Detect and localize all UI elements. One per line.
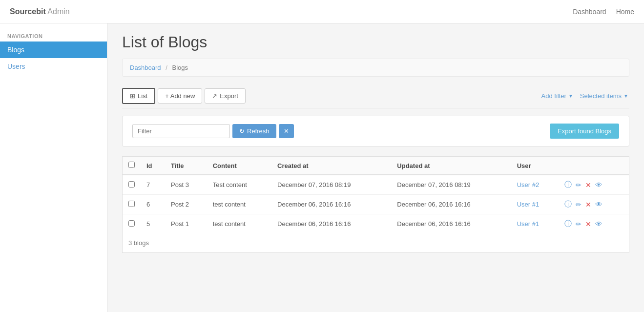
cell-user: User #1 [511, 195, 559, 214]
layout: NAVIGATION Blogs Users List of Blogs Das… [0, 23, 644, 312]
breadcrumb-current: Blogs [172, 64, 188, 71]
cell-updated-at: December 07, 2016 08:19 [391, 175, 511, 195]
filter-right: Export found Blogs [550, 124, 619, 139]
toolbar-left: ⊞ List + Add new ↗ Export [122, 88, 246, 104]
nav-dashboard[interactable]: Dashboard [573, 8, 606, 16]
col-updated-at: Updated at [391, 157, 511, 175]
row-checkbox-cell [123, 214, 141, 234]
selected-items-button[interactable]: Selected items ▼ [579, 90, 629, 102]
user-link[interactable]: User #1 [517, 220, 540, 228]
select-all-header [123, 157, 141, 175]
row-checkbox[interactable] [128, 201, 135, 207]
export-icon: ↗ [212, 92, 217, 100]
table-row: 6 Post 2 test content December 06, 2016 … [123, 195, 629, 214]
cell-actions: ⓘ ✏ ✕ 👁 [559, 214, 629, 234]
sidebar-item-blogs[interactable]: Blogs [0, 42, 107, 58]
cell-content: Test content [207, 175, 271, 195]
sidebar-nav-label: NAVIGATION [0, 28, 107, 42]
table-header: Id Title Content Created at Updated at U… [123, 157, 629, 175]
cell-title: Post 1 [165, 214, 207, 234]
row-checkbox[interactable] [128, 220, 135, 227]
toolbar: ⊞ List + Add new ↗ Export Add filter ▼ S… [122, 84, 629, 108]
delete-icon[interactable]: ✕ [585, 220, 591, 228]
filter-area: ↻ Refresh ✕ Export found Blogs [122, 116, 629, 146]
edit-icon[interactable]: ✏ [576, 220, 582, 228]
brand: Sourcebit Admin [10, 7, 70, 16]
table-row: 7 Post 3 Test content December 07, 2016 … [123, 175, 629, 195]
edit-icon[interactable]: ✏ [576, 181, 582, 189]
view-icon[interactable]: 👁 [595, 181, 602, 189]
col-title: Title [165, 157, 207, 175]
view-icon[interactable]: 👁 [595, 200, 602, 208]
table-container: Id Title Content Created at Updated at U… [122, 156, 629, 253]
cell-created-at: December 07, 2016 08:19 [271, 175, 391, 195]
nav-home[interactable]: Home [616, 8, 634, 16]
refresh-button[interactable]: ↻ Refresh [232, 124, 276, 138]
sidebar-item-users[interactable]: Users [0, 58, 107, 75]
cell-created-at: December 06, 2016 16:16 [271, 195, 391, 214]
col-actions [559, 157, 629, 175]
cell-title: Post 3 [165, 175, 207, 195]
refresh-icon: ↻ [239, 127, 245, 135]
add-new-button[interactable]: + Add new [158, 88, 202, 104]
cell-updated-at: December 06, 2016 16:16 [391, 214, 511, 234]
select-all-checkbox[interactable] [128, 162, 135, 168]
col-id: Id [141, 157, 165, 175]
list-button[interactable]: ⊞ List [122, 88, 155, 104]
blogs-table: Id Title Content Created at Updated at U… [123, 157, 629, 233]
row-checkbox[interactable] [128, 181, 135, 187]
delete-icon[interactable]: ✕ [585, 201, 591, 208]
cell-actions: ⓘ ✏ ✕ 👁 [559, 195, 629, 214]
col-created-at: Created at [271, 157, 391, 175]
cell-id: 7 [141, 175, 165, 195]
info-icon[interactable]: ⓘ [564, 200, 572, 209]
cell-user: User #2 [511, 175, 559, 195]
cell-id: 6 [141, 195, 165, 214]
cell-created-at: December 06, 2016 16:16 [271, 214, 391, 234]
cell-actions: ⓘ ✏ ✕ 👁 [559, 175, 629, 195]
clear-filter-button[interactable]: ✕ [279, 124, 294, 138]
toolbar-right: Add filter ▼ Selected items ▼ [540, 90, 629, 102]
cell-updated-at: December 06, 2016 16:16 [391, 195, 511, 214]
info-icon[interactable]: ⓘ [564, 180, 572, 189]
breadcrumb-parent[interactable]: Dashboard [130, 64, 161, 71]
export-button[interactable]: ↗ Export [205, 88, 246, 104]
count-label: 3 blogs [123, 233, 629, 252]
user-link[interactable]: User #1 [517, 201, 540, 208]
row-checkbox-cell [123, 195, 141, 214]
table-row: 5 Post 1 test content December 06, 2016 … [123, 214, 629, 234]
page-title: List of Blogs [122, 33, 629, 51]
col-user: User [511, 157, 559, 175]
selected-items-chevron-icon: ▼ [623, 93, 628, 99]
clear-icon: ✕ [284, 127, 289, 135]
table-body: 7 Post 3 Test content December 07, 2016 … [123, 175, 629, 233]
cell-id: 5 [141, 214, 165, 234]
breadcrumb: Dashboard / Blogs [122, 59, 629, 77]
top-nav: Sourcebit Admin Dashboard Home [0, 0, 644, 23]
view-icon[interactable]: 👁 [595, 220, 602, 228]
sidebar: NAVIGATION Blogs Users [0, 23, 107, 312]
cell-content: test content [207, 214, 271, 234]
user-link[interactable]: User #2 [517, 181, 540, 188]
breadcrumb-separator: / [166, 64, 167, 71]
filter-left: ↻ Refresh ✕ [132, 124, 294, 138]
cell-title: Post 2 [165, 195, 207, 214]
cell-content: test content [207, 195, 271, 214]
add-filter-button[interactable]: Add filter ▼ [540, 90, 574, 102]
list-icon: ⊞ [130, 92, 135, 100]
row-checkbox-cell [123, 175, 141, 195]
top-nav-links: Dashboard Home [573, 8, 634, 16]
export-found-button[interactable]: Export found Blogs [550, 124, 619, 139]
main-content: List of Blogs Dashboard / Blogs ⊞ List +… [107, 23, 644, 312]
filter-input[interactable] [132, 124, 230, 138]
delete-icon[interactable]: ✕ [585, 181, 591, 189]
cell-user: User #1 [511, 214, 559, 234]
edit-icon[interactable]: ✏ [576, 201, 582, 208]
add-filter-chevron-icon: ▼ [568, 93, 573, 99]
info-icon[interactable]: ⓘ [564, 219, 572, 229]
col-content: Content [207, 157, 271, 175]
